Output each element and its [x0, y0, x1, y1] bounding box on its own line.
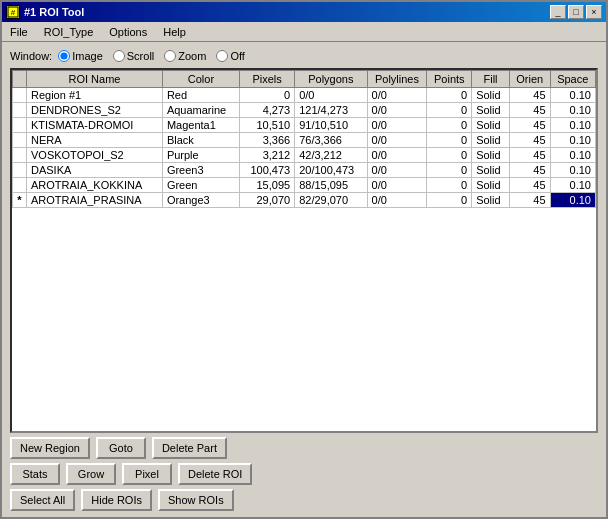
svg-text:#: #: [11, 8, 16, 17]
table-row[interactable]: DASIKA Green3 100,473 20/100,473 0/0 0 S…: [13, 163, 596, 178]
menu-help[interactable]: Help: [159, 25, 190, 39]
table-row[interactable]: VOSKOTOPOI_S2 Purple 3,212 42/3,212 0/0 …: [13, 148, 596, 163]
cell-fill: Solid: [472, 178, 510, 193]
cell-pixels: 15,095: [240, 178, 295, 193]
title-bar: # #1 ROI Tool _ □ ×: [2, 2, 606, 22]
cell-polylines: 0/0: [367, 88, 427, 103]
cell-name: NERA: [27, 133, 163, 148]
row-marker: [13, 148, 27, 163]
cell-color: Red: [162, 88, 239, 103]
menu-file[interactable]: File: [6, 25, 32, 39]
table-row[interactable]: Region #1 Red 0 0/0 0/0 0 Solid 45 0.10: [13, 88, 596, 103]
buttons-row1: New Region Goto Delete Part: [10, 437, 598, 459]
minimize-button[interactable]: _: [550, 5, 566, 19]
cell-polygons: 121/4,273: [295, 103, 367, 118]
cell-points: 0: [427, 193, 472, 208]
col-polylines: Polylines: [367, 71, 427, 88]
cell-polygons: 91/10,510: [295, 118, 367, 133]
cell-orien: 45: [509, 133, 550, 148]
roi-table: ROI Name Color Pixels Polygons Polylines…: [12, 70, 596, 208]
content-area: Window: Image Scroll Zoom Off: [2, 42, 606, 517]
cell-polylines: 0/0: [367, 103, 427, 118]
radio-zoom[interactable]: Zoom: [164, 50, 206, 62]
grow-button[interactable]: Grow: [66, 463, 116, 485]
close-button[interactable]: ×: [586, 5, 602, 19]
cell-polylines: 0/0: [367, 133, 427, 148]
col-roi-name: ROI Name: [27, 71, 163, 88]
col-polygons: Polygons: [295, 71, 367, 88]
col-space: Space: [550, 71, 595, 88]
table-scroll[interactable]: ROI Name Color Pixels Polygons Polylines…: [12, 70, 596, 431]
buttons-row2: Stats Grow Pixel Delete ROI: [10, 463, 598, 485]
row-marker: [13, 163, 27, 178]
menu-roi-type[interactable]: ROI_Type: [40, 25, 98, 39]
cell-orien: 45: [509, 88, 550, 103]
main-window: # #1 ROI Tool _ □ × File ROI_Type Option…: [0, 0, 608, 519]
buttons-row3: Select All Hide ROIs Show ROIs: [10, 489, 598, 511]
cell-color: Green: [162, 178, 239, 193]
row-marker: [13, 88, 27, 103]
window-selector-row: Window: Image Scroll Zoom Off: [10, 48, 598, 64]
cell-space: 0.10: [550, 103, 595, 118]
show-rois-button[interactable]: Show ROIs: [158, 489, 234, 511]
cell-polygons: 88/15,095: [295, 178, 367, 193]
table-row[interactable]: * AROTRAIA_PRASINA Orange3 29,070 82/29,…: [13, 193, 596, 208]
roi-table-container: ROI Name Color Pixels Polygons Polylines…: [10, 68, 598, 433]
pixel-button[interactable]: Pixel: [122, 463, 172, 485]
cell-space: 0.10: [550, 193, 595, 208]
cell-space: 0.10: [550, 163, 595, 178]
table-row[interactable]: KTISMATA-DROMOI Magenta1 10,510 91/10,51…: [13, 118, 596, 133]
radio-off[interactable]: Off: [216, 50, 244, 62]
cell-polygons: 82/29,070: [295, 193, 367, 208]
col-points: Points: [427, 71, 472, 88]
goto-button[interactable]: Goto: [96, 437, 146, 459]
col-pixels: Pixels: [240, 71, 295, 88]
cell-polylines: 0/0: [367, 178, 427, 193]
cell-points: 0: [427, 163, 472, 178]
window-radio-group: Image Scroll Zoom Off: [58, 50, 245, 62]
row-marker: [13, 178, 27, 193]
table-row[interactable]: NERA Black 3,366 76/3,366 0/0 0 Solid 45…: [13, 133, 596, 148]
col-color: Color: [162, 71, 239, 88]
cell-space: 0.10: [550, 133, 595, 148]
cell-pixels: 29,070: [240, 193, 295, 208]
cell-space: 0.10: [550, 118, 595, 133]
cell-polylines: 0/0: [367, 118, 427, 133]
cell-orien: 45: [509, 118, 550, 133]
cell-space: 0.10: [550, 148, 595, 163]
cell-points: 0: [427, 118, 472, 133]
delete-part-button[interactable]: Delete Part: [152, 437, 227, 459]
cell-polygons: 20/100,473: [295, 163, 367, 178]
delete-roi-button[interactable]: Delete ROI: [178, 463, 252, 485]
col-orien: Orien: [509, 71, 550, 88]
table-row[interactable]: AROTRAIA_KOKKINA Green 15,095 88/15,095 …: [13, 178, 596, 193]
cell-pixels: 3,366: [240, 133, 295, 148]
cell-name: DENDRONES_S2: [27, 103, 163, 118]
window-title: #1 ROI Tool: [24, 6, 84, 18]
cell-points: 0: [427, 103, 472, 118]
stats-button[interactable]: Stats: [10, 463, 60, 485]
cell-orien: 45: [509, 103, 550, 118]
hide-rois-button[interactable]: Hide ROIs: [81, 489, 152, 511]
table-row[interactable]: DENDRONES_S2 Aquamarine 4,273 121/4,273 …: [13, 103, 596, 118]
cell-points: 0: [427, 148, 472, 163]
cell-fill: Solid: [472, 148, 510, 163]
radio-scroll[interactable]: Scroll: [113, 50, 155, 62]
menu-options[interactable]: Options: [105, 25, 151, 39]
cell-fill: Solid: [472, 103, 510, 118]
cell-space: 0.10: [550, 88, 595, 103]
cell-fill: Solid: [472, 88, 510, 103]
cell-color: Purple: [162, 148, 239, 163]
radio-image[interactable]: Image: [58, 50, 103, 62]
select-all-button[interactable]: Select All: [10, 489, 75, 511]
cell-polylines: 0/0: [367, 163, 427, 178]
cell-points: 0: [427, 133, 472, 148]
cell-name: VOSKOTOPOI_S2: [27, 148, 163, 163]
cell-color: Green3: [162, 163, 239, 178]
cell-name: AROTRAIA_KOKKINA: [27, 178, 163, 193]
cell-fill: Solid: [472, 118, 510, 133]
cell-color: Magenta1: [162, 118, 239, 133]
row-marker: [13, 133, 27, 148]
maximize-button[interactable]: □: [568, 5, 584, 19]
new-region-button[interactable]: New Region: [10, 437, 90, 459]
